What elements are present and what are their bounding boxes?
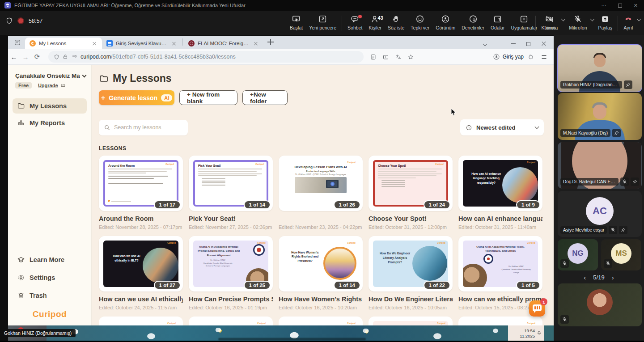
pin-icon[interactable]	[612, 129, 621, 137]
lesson-card[interactable]: Curipod	[279, 317, 363, 325]
participant-tile[interactable]: AC Asiye Mevhibe coşar	[558, 191, 642, 237]
slide-heading: Choose Your Spot!	[378, 164, 443, 167]
next-page-icon[interactable]: ›	[612, 274, 614, 281]
meeting-timer: 58:57	[29, 18, 42, 24]
upgrade-link[interactable]: Upgrade	[38, 83, 58, 88]
meeting-titlebar: EĞİTİMDE YAPAY ZEKA UYGULAMALARI: Öğrenm…	[0, 0, 644, 11]
lock-icon	[63, 54, 68, 59]
favorite-star-icon[interactable]	[407, 54, 414, 60]
pin-icon[interactable]	[631, 177, 639, 186]
camera-options-chevron-icon[interactable]	[561, 17, 566, 21]
new-folder-button[interactable]: +New folder	[242, 90, 288, 105]
back-button[interactable]: ←	[8, 53, 20, 61]
pin-icon[interactable]	[624, 80, 632, 89]
generate-lesson-button[interactable]: + Generate lesson AI	[99, 90, 174, 105]
chat-notification-dot	[358, 15, 362, 18]
lesson-card[interactable]: Curipod Around the Room 1 of 17 Around t…	[99, 156, 183, 230]
toolbar-rooms-button[interactable]: Odalar	[487, 12, 508, 33]
sidebar-item-learn-more[interactable]: Learn More	[13, 252, 87, 267]
search-box[interactable]	[99, 120, 188, 135]
tab-actions-button[interactable]	[12, 38, 23, 47]
new-from-blank-button[interactable]: + New from blank	[179, 90, 237, 105]
org-name: Çanakkale Onsekiz Mart	[15, 72, 80, 79]
translate-icon[interactable]	[395, 54, 402, 60]
toolbar-start-button[interactable]: Başlat	[287, 12, 306, 33]
participant-tile[interactable]	[558, 283, 642, 326]
participant-tile[interactable]: Gokhan HINIZ (Doğrulanmamış)	[558, 45, 642, 92]
toolbar-controls-button[interactable]: Denetimler	[458, 12, 487, 33]
toolbar-leave-button[interactable]: Ayrıl	[620, 12, 636, 33]
lesson-card[interactable]: Curipod Developing Lesson Plans with AI …	[279, 156, 363, 230]
signin-button[interactable]: Giriş yap	[489, 51, 527, 62]
slide-heading: Using AI in Academic Writing: Prompt Eng…	[198, 245, 240, 257]
search-input[interactable]	[114, 124, 177, 131]
browser-maximize-icon[interactable]	[526, 42, 530, 46]
reading-list-icon[interactable]	[370, 54, 377, 60]
window-more-icon[interactable]: ⋯	[602, 3, 606, 8]
new-tab-button[interactable]	[267, 38, 274, 46]
lesson-card[interactable]: Curipod How Do We Engineer Literary Anal…	[369, 236, 453, 310]
taskbar-clock[interactable]: 19:54 11.2025	[508, 325, 544, 341]
tab-list-chevron-icon[interactable]	[483, 42, 487, 46]
breakout-rooms-icon	[493, 14, 503, 24]
toolbar-new-window-button[interactable]: Yeni pencere	[306, 12, 339, 33]
window-close-icon[interactable]: ✕	[634, 3, 638, 8]
sidebar-item-my-reports[interactable]: My Reports	[13, 115, 87, 131]
toolbar-view-button[interactable]: Görünüm	[432, 12, 458, 33]
lesson-card[interactable]: Curipod How Have Women's Rights Evolved …	[279, 236, 363, 310]
lesson-card[interactable]: Curipod Pick Your Seat! 1 of 14 Pick You…	[189, 156, 273, 230]
prev-page-icon[interactable]: ‹	[584, 274, 586, 281]
toolbar-raise-hand-button[interactable]: Söz iste	[385, 12, 407, 33]
lesson-card[interactable]: Curipod	[99, 317, 183, 325]
toolbar-share-button[interactable]: Paylaş	[595, 12, 615, 33]
participant-tile[interactable]: MS	[601, 239, 641, 270]
security-shield-icon[interactable]	[5, 17, 13, 25]
toolbar-participants-button[interactable]: 43 Kişiler	[365, 12, 385, 33]
participant-tile[interactable]: Doç.Dr. Badegül CAN EMİR...	[558, 142, 642, 189]
org-switcher[interactable]: Çanakkale Onsekiz Mart	[8, 65, 91, 79]
refresh-button[interactable]: ⟳	[31, 53, 43, 61]
lesson-card[interactable]: Curipod	[458, 317, 542, 325]
browser-minimize-icon[interactable]	[511, 43, 516, 44]
split-screen-icon[interactable]	[71, 54, 77, 59]
lesson-card[interactable]: Curipod Using AI in Academic Writing: Pr…	[189, 236, 273, 310]
toolbar-chat-button[interactable]: Sohbet	[344, 12, 365, 33]
menu-icon[interactable]	[541, 54, 547, 60]
chat-widget-button[interactable]: 1	[529, 300, 545, 317]
lesson-card[interactable]: Curipod Choose Your Spot! 1 of 24 Choose…	[369, 156, 453, 230]
toolbar-react-button[interactable]: Tepki ver	[407, 12, 432, 33]
address-bar[interactable]: curipod.com/501efbd7-cbf5-51d1-8a41-5c8c…	[48, 51, 364, 63]
lesson-card[interactable]: Curipod	[189, 317, 273, 325]
mic-options-chevron-icon[interactable]	[590, 17, 595, 21]
participant-tile[interactable]: NG	[558, 239, 598, 270]
pin-icon[interactable]	[619, 226, 627, 234]
forward-button[interactable]: →	[20, 53, 31, 61]
sort-dropdown[interactable]: Newest edited	[460, 119, 544, 135]
tab-flai-mooc[interactable]: FLAI MOOC: Foreign Language	[184, 38, 263, 49]
desktop-taskbar[interactable]: 19:54 11.2025	[8, 325, 554, 341]
window-maximize-icon[interactable]	[618, 4, 622, 8]
collections-add-icon[interactable]	[382, 54, 389, 60]
tab-close-icon[interactable]	[91, 40, 97, 46]
browser-close-icon[interactable]	[541, 41, 547, 46]
lesson-card[interactable]: Curipod Using AI in Academic Writing: To…	[458, 236, 542, 310]
tab-google-docs[interactable]: Giriş Seviyesi Klavuz - Google D	[102, 38, 182, 49]
lesson-card[interactable]: Curipod How can AI enhance language teac…	[458, 156, 542, 230]
tab-close-icon[interactable]	[253, 40, 259, 46]
lesson-card[interactable]: Curipod How can we use AI ethically in E…	[99, 236, 183, 310]
tab-close-icon[interactable]	[171, 40, 177, 46]
tab-my-lessons[interactable]: My Lessons	[25, 38, 102, 49]
mic-muted-icon	[609, 226, 617, 234]
tab-separator	[182, 38, 183, 46]
mic-muted-icon	[560, 315, 569, 324]
toolbar-camera-button[interactable]: Kamera	[538, 12, 561, 33]
browser-essentials-icon[interactable]	[527, 53, 534, 60]
leave-options-chevron-icon[interactable]	[637, 17, 641, 21]
sidebar-item-my-lessons[interactable]: My Lessons	[13, 98, 87, 114]
participant-tile[interactable]: M.Naci Kayaoğlu (Dış)	[558, 93, 642, 140]
toolbar-mic-button[interactable]: Mikrofon	[566, 12, 590, 33]
sidebar-item-trash[interactable]: Trash	[13, 288, 87, 303]
sidebar-item-settings[interactable]: Settings	[13, 270, 87, 285]
site-info-icon[interactable]	[54, 54, 59, 60]
lesson-card[interactable]: Curipod	[369, 317, 453, 325]
